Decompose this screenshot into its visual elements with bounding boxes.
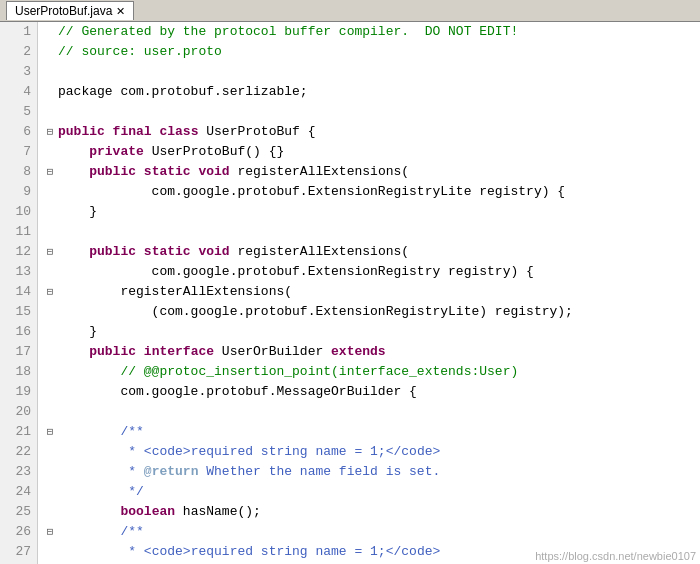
code-line: ⊟ registerAllExtensions( [42, 282, 700, 302]
token: public [58, 124, 113, 139]
line-number: 21 [0, 422, 37, 442]
fold-gutter[interactable]: ⊟ [42, 122, 58, 142]
file-tab[interactable]: UserProtoBuf.java ✕ [6, 1, 134, 20]
token: void [198, 164, 237, 179]
token: UserOrBuilder [222, 344, 331, 359]
line-number: 7 [0, 142, 37, 162]
code-line: ⊟ public static void registerAllExtensio… [42, 162, 700, 182]
token: */ [58, 484, 144, 499]
token: static [144, 164, 199, 179]
code-line [42, 222, 700, 242]
token: // @@protoc_insertion_point(interface_ex… [58, 364, 518, 379]
code-content: * <code>required string name = 1;</code> [58, 442, 700, 462]
code-content: (com.google.protobuf.ExtensionRegistryLi… [58, 302, 700, 322]
line-number: 24 [0, 482, 37, 502]
code-content: public static void registerAllExtensions… [58, 242, 700, 262]
code-content: private UserProtoBuf() {} [58, 142, 700, 162]
line-number: 20 [0, 402, 37, 422]
token: public [89, 244, 144, 259]
code-line: // @@protoc_insertion_point(interface_ex… [42, 362, 700, 382]
line-number: 22 [0, 442, 37, 462]
line-number: 2 [0, 42, 37, 62]
line-number: 13 [0, 262, 37, 282]
line-number: 8 [0, 162, 37, 182]
code-line: // source: user.proto [42, 42, 700, 62]
line-number: 17 [0, 342, 37, 362]
token: @return [144, 464, 199, 479]
token: /** [58, 424, 144, 439]
code-line: // Generated by the protocol buffer comp… [42, 22, 700, 42]
token: required string name = 1; [191, 544, 386, 559]
watermark: https://blog.csdn.net/newbie0107 [535, 550, 696, 562]
token: interface [144, 344, 222, 359]
code-content: boolean hasName(); [58, 502, 700, 522]
token: } [58, 324, 97, 339]
code-content: com.google.protobuf.MessageOrBuilder { [58, 382, 700, 402]
code-line: ⊟ /** [42, 422, 700, 442]
token: /** [58, 524, 144, 539]
code-line: com.google.protobuf.MessageOrBuilder { [42, 382, 700, 402]
token: package com.protobuf.serlizable; [58, 84, 308, 99]
line-number: 5 [0, 102, 37, 122]
token: extends [331, 344, 386, 359]
token: public [89, 344, 144, 359]
fold-gutter[interactable]: ⊟ [42, 162, 58, 182]
fold-gutter[interactable]: ⊟ [42, 242, 58, 262]
token: private [89, 144, 151, 159]
code-line: */ [42, 482, 700, 502]
line-number: 16 [0, 322, 37, 342]
token: boolean [120, 504, 182, 519]
code-content: registerAllExtensions( [58, 282, 700, 302]
token [58, 344, 89, 359]
code-line: } [42, 322, 700, 342]
token: // source: user.proto [58, 44, 222, 59]
fold-gutter[interactable]: ⊟ [42, 282, 58, 302]
token: required string name = 1; [191, 444, 386, 459]
code-line: ⊟public final class UserProtoBuf { [42, 122, 700, 142]
code-content: } [58, 322, 700, 342]
code-line: } [42, 202, 700, 222]
code-content: /** [58, 522, 700, 542]
token: public [89, 164, 144, 179]
code-content: com.google.protobuf.ExtensionRegistryLit… [58, 182, 700, 202]
token: void [198, 244, 237, 259]
fold-gutter[interactable]: ⊟ [42, 422, 58, 442]
close-icon[interactable]: ✕ [116, 5, 125, 18]
token: registerAllExtensions( [58, 284, 292, 299]
token [58, 504, 120, 519]
token: static [144, 244, 199, 259]
title-bar: UserProtoBuf.java ✕ [0, 0, 700, 22]
code-line: public interface UserOrBuilder extends [42, 342, 700, 362]
file-tab-label: UserProtoBuf.java [15, 4, 112, 18]
code-content: // source: user.proto [58, 42, 700, 62]
line-number: 6 [0, 122, 37, 142]
code-content: // Generated by the protocol buffer comp… [58, 22, 700, 42]
token [58, 144, 89, 159]
code-line [42, 102, 700, 122]
editor-area: 1234567891011121314151617181920212223242… [0, 22, 700, 564]
code-line: ⊟ /** [42, 522, 700, 542]
token: final [113, 124, 160, 139]
line-number: 18 [0, 362, 37, 382]
code-content: */ [58, 482, 700, 502]
token: com.google.protobuf.ExtensionRegistryLit… [58, 184, 565, 199]
code-content: com.google.protobuf.ExtensionRegistry re… [58, 262, 700, 282]
token: * [58, 464, 144, 479]
code-content: } [58, 202, 700, 222]
code-area[interactable]: // Generated by the protocol buffer comp… [38, 22, 700, 564]
token: registerAllExtensions( [237, 244, 409, 259]
code-content: * @return Whether the name field is set. [58, 462, 700, 482]
code-content: public static void registerAllExtensions… [58, 162, 700, 182]
token [58, 164, 89, 179]
token: registerAllExtensions( [237, 164, 409, 179]
code-line: com.google.protobuf.ExtensionRegistryLit… [42, 182, 700, 202]
token: hasName(); [183, 504, 261, 519]
fold-gutter[interactable]: ⊟ [42, 522, 58, 542]
code-content: public interface UserOrBuilder extends [58, 342, 700, 362]
line-number: 27 [0, 542, 37, 562]
code-line: private UserProtoBuf() {} [42, 142, 700, 162]
code-content: package com.protobuf.serlizable; [58, 82, 700, 102]
token: com.google.protobuf.ExtensionRegistry re… [58, 264, 534, 279]
token: * [58, 444, 144, 459]
code-line: package com.protobuf.serlizable; [42, 82, 700, 102]
